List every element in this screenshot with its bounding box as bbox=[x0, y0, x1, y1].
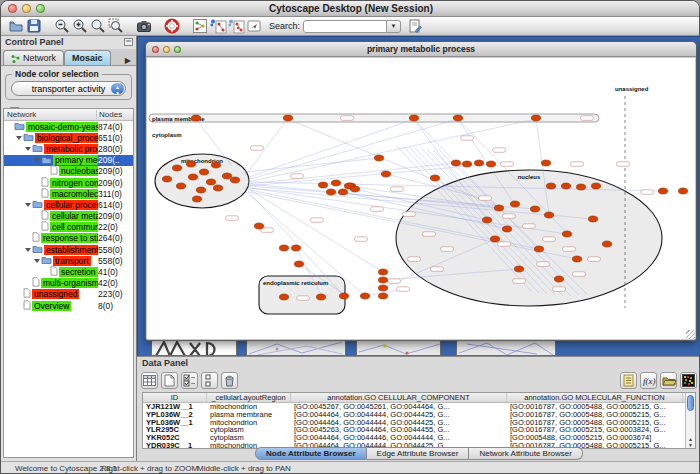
table-cell[interactable]: [GO:0044464, GO:0044444, GO:0044425, G..… bbox=[291, 419, 507, 427]
network-node[interactable] bbox=[331, 180, 340, 186]
network-node[interactable] bbox=[162, 176, 171, 182]
table-cell[interactable]: [GO:0016787, GO:0005488, GO:0005215, G..… bbox=[507, 411, 683, 419]
table-row[interactable]: YLR295Ccytoplasm[GO:0045263, GO:0044464,… bbox=[143, 426, 685, 434]
network-tree-row[interactable]: cell communicat22(0) bbox=[4, 222, 133, 233]
network-tree-row[interactable]: secretion41(0) bbox=[4, 266, 133, 277]
network-node[interactable] bbox=[374, 155, 383, 161]
network-node[interactable] bbox=[562, 231, 571, 237]
column-header[interactable]: _cellularLayoutRegion bbox=[207, 393, 291, 402]
network-node[interactable] bbox=[534, 246, 543, 252]
zoom-selected-icon[interactable] bbox=[107, 18, 125, 35]
new-attribute-icon[interactable] bbox=[161, 372, 178, 389]
column-header-nodes[interactable]: Nodes bbox=[97, 110, 133, 119]
table-cell[interactable]: plasma membrane bbox=[207, 411, 291, 419]
tab-node-attribute-browser[interactable]: Node Attribute Browser bbox=[255, 447, 367, 460]
network-node[interactable] bbox=[279, 245, 288, 251]
network-node[interactable] bbox=[572, 256, 581, 262]
expand-arrow[interactable] bbox=[33, 259, 40, 263]
column-header[interactable]: ID bbox=[143, 393, 207, 402]
network-node[interactable] bbox=[279, 294, 288, 300]
search-dropdown-button[interactable]: ▼ bbox=[387, 20, 401, 33]
table-cell[interactable]: YPL036W__2 bbox=[143, 411, 207, 419]
expand-arrow[interactable] bbox=[15, 136, 22, 140]
expand-arrow[interactable] bbox=[24, 147, 31, 151]
zoom-out-icon[interactable] bbox=[53, 18, 71, 35]
heatmap-icon[interactable] bbox=[680, 372, 697, 389]
network-node[interactable] bbox=[588, 216, 597, 222]
network-node[interactable] bbox=[211, 162, 220, 168]
network-node[interactable] bbox=[486, 161, 495, 167]
network-node[interactable] bbox=[591, 183, 600, 189]
table-row[interactable]: YJR121W__1mitochondrion[GO:0045267, GO:0… bbox=[143, 403, 685, 411]
create-network-red-icon[interactable] bbox=[227, 18, 245, 35]
network-window-titlebar[interactable]: primary metabolic process bbox=[146, 42, 696, 57]
float-panel-icon[interactable] bbox=[124, 38, 133, 46]
table-scrollbar[interactable]: ▲▼ bbox=[685, 393, 695, 448]
tab-mosaic[interactable]: Mosaic bbox=[64, 50, 111, 65]
network-node[interactable] bbox=[326, 189, 335, 195]
network-node[interactable] bbox=[514, 266, 523, 272]
tab-edge-attribute-browser[interactable]: Edge Attribute Browser bbox=[367, 447, 470, 460]
search-advanced-icon[interactable] bbox=[406, 18, 424, 35]
network-node[interactable] bbox=[213, 185, 222, 191]
network-node[interactable] bbox=[544, 212, 553, 218]
network-node[interactable] bbox=[381, 171, 390, 177]
zoom-button[interactable] bbox=[174, 46, 181, 53]
minimize-button[interactable] bbox=[22, 4, 31, 13]
network-tree-row[interactable]: nucleobase-209(0) bbox=[4, 166, 133, 177]
network-node[interactable] bbox=[188, 174, 197, 180]
network-node[interactable] bbox=[678, 188, 687, 194]
network-node[interactable] bbox=[554, 276, 563, 282]
network-node[interactable] bbox=[199, 169, 208, 175]
network-node[interactable] bbox=[378, 293, 387, 299]
network-node[interactable] bbox=[462, 161, 471, 167]
unselect-attributes-icon[interactable] bbox=[201, 372, 218, 389]
table-cell[interactable]: [GO:0045267, GO:0045261, GO:0044464, G..… bbox=[291, 403, 507, 411]
zoom-in-icon[interactable] bbox=[71, 18, 89, 35]
table-cell[interactable]: [GO:0045263, GO:0044464, GO:0044455, G..… bbox=[291, 426, 507, 434]
network-tree-row[interactable]: cellular process614(0) bbox=[4, 199, 133, 210]
network-node[interactable] bbox=[294, 261, 303, 267]
snapshot-camera-icon[interactable] bbox=[135, 18, 153, 35]
network-tree-row[interactable]: unassigned223(0) bbox=[4, 289, 133, 300]
network-node[interactable] bbox=[378, 277, 387, 283]
annotation-icon[interactable] bbox=[245, 18, 263, 35]
network-node[interactable] bbox=[576, 184, 585, 190]
network-node[interactable] bbox=[530, 206, 539, 212]
minimize-button[interactable] bbox=[163, 46, 170, 53]
network-tree-row[interactable]: mosaic-demo-yeast874(0) bbox=[4, 121, 133, 132]
table-cell[interactable]: [GO:0044464, GO:0044444, GO:0044425, G..… bbox=[291, 411, 507, 419]
select-attributes-icon[interactable] bbox=[181, 372, 198, 389]
network-tree-row[interactable]: response to stimulu264(0) bbox=[4, 233, 133, 244]
zoom-fit-icon[interactable] bbox=[89, 18, 107, 35]
network-tree-row[interactable]: establishment of lo558(0) bbox=[4, 244, 133, 255]
network-node[interactable] bbox=[409, 115, 418, 121]
network-tree-row[interactable]: nitrogen compo209(0) bbox=[4, 177, 133, 188]
table-cell[interactable]: cytoplasm bbox=[207, 434, 291, 442]
tab-network[interactable]: Network bbox=[3, 50, 64, 65]
network-node[interactable] bbox=[430, 175, 439, 181]
titlebar[interactable]: Cytoscape Desktop (New Session) bbox=[1, 1, 700, 17]
network-node[interactable] bbox=[453, 115, 462, 121]
expand-arrow[interactable] bbox=[33, 158, 40, 162]
table-cell[interactable]: mitochondrion bbox=[207, 403, 291, 411]
network-node[interactable] bbox=[254, 223, 263, 229]
save-icon[interactable] bbox=[25, 18, 43, 35]
network-node[interactable] bbox=[291, 245, 300, 251]
network-node[interactable] bbox=[658, 188, 667, 194]
attribute-table-icon[interactable] bbox=[141, 372, 158, 389]
notes-icon[interactable] bbox=[620, 372, 637, 389]
network-node[interactable] bbox=[490, 236, 499, 242]
column-header-network[interactable]: Network bbox=[4, 110, 97, 119]
import-attributes-icon[interactable] bbox=[660, 372, 677, 389]
tab-overflow-arrow[interactable]: ▶ bbox=[122, 56, 134, 65]
network-node[interactable] bbox=[316, 294, 325, 300]
open-folder-icon[interactable] bbox=[7, 18, 25, 35]
network-node[interactable] bbox=[474, 160, 483, 166]
network-tree-row[interactable]: primary metabo209(.. bbox=[4, 155, 133, 166]
close-button[interactable] bbox=[8, 4, 17, 13]
formula-icon[interactable]: f(x) bbox=[640, 372, 657, 389]
table-cell[interactable]: [GO:0016787, GO:0005488, GO:0005215, G..… bbox=[507, 419, 683, 427]
node-color-dropdown[interactable]: transporter activity ▲▼ bbox=[11, 81, 126, 96]
background-window[interactable] bbox=[356, 339, 441, 356]
